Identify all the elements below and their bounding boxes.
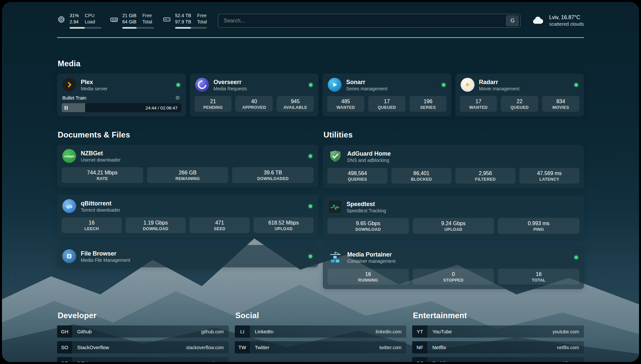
status-dot bbox=[309, 204, 312, 208]
cpu-progress-track bbox=[70, 27, 101, 29]
plex-icon bbox=[62, 78, 76, 92]
memory-progress-track bbox=[122, 27, 154, 29]
speedtest-icon bbox=[328, 200, 342, 214]
header-divider bbox=[57, 37, 584, 38]
app-subtitle: Torrent downloader bbox=[81, 207, 120, 213]
app-card-speedtest[interactable]: Speedtest Speedtest Tracking 9.65 Gbps D… bbox=[323, 196, 584, 238]
stat-upload: 618.52 Mbps UPLOAD bbox=[254, 217, 314, 233]
bookmark-dev[interactable]: DT DEV dev.to bbox=[57, 357, 229, 362]
bookmark-name: YouTube bbox=[432, 329, 452, 334]
developer-section-title: Developer bbox=[58, 311, 229, 320]
stat-filtered: 2,956 FILTERED bbox=[455, 168, 515, 184]
bookmark-linkedin[interactable]: LI LinkedIn linkedin.com bbox=[235, 325, 407, 338]
stat-wanted: 17 WANTED bbox=[460, 96, 497, 112]
stat-seed: 471 SEED bbox=[190, 217, 250, 233]
bookmark-url: github.com bbox=[201, 329, 224, 334]
app-card-radarr[interactable]: Radarr Movie management 17 WANTED 22 QUE… bbox=[455, 74, 584, 116]
bookmark-url: youtube.com bbox=[553, 329, 579, 334]
documents-section-title: Documents & Files bbox=[58, 130, 318, 139]
status-dot bbox=[574, 83, 578, 87]
app-card-filebrowser[interactable]: File Browser Media File Management bbox=[57, 245, 318, 267]
app-subtitle: Container management bbox=[347, 258, 395, 264]
bookmark-name: Twitter bbox=[255, 345, 269, 350]
memory-icon bbox=[110, 15, 118, 25]
top-bar: 31% 2.94 CPU Load bbox=[57, 13, 584, 29]
bookmark-github[interactable]: GH Github github.com bbox=[57, 325, 229, 338]
section-media: Media Plex Media server bbox=[57, 59, 584, 116]
utilities-section-title: Utilities bbox=[323, 130, 584, 139]
nzbget-icon: nzbget bbox=[62, 149, 76, 163]
gear-icon[interactable]: ⚙ bbox=[175, 95, 180, 101]
cpu-progress-fill bbox=[70, 27, 85, 29]
stat-downloaded: 39.6 TB DOWNLOADED bbox=[232, 167, 314, 183]
bookmark-abbr: DT bbox=[57, 357, 72, 362]
app-card-qbittorrent[interactable]: qb qBittorrent Torrent downloader 16 LEE… bbox=[57, 195, 318, 238]
bookmark-netflix[interactable]: NF Netflix netflix.com bbox=[412, 341, 584, 353]
bookmark-abbr: LI bbox=[235, 325, 250, 338]
section-utilities: Utilities bbox=[323, 130, 584, 289]
bookmark-reddit[interactable]: RE Reddit reddit.com bbox=[412, 357, 584, 362]
app-name: Plex bbox=[81, 78, 107, 86]
stat-approved: 40 APPROVED bbox=[235, 96, 273, 112]
memory-free-label: Free bbox=[142, 13, 152, 19]
playback-progress-bar[interactable]: 24:44 / 02:06:47 bbox=[62, 103, 181, 112]
bookmarks-entertainment: Entertainment YT YouTube youtube.com NF … bbox=[412, 311, 584, 362]
bookmark-abbr: TW bbox=[235, 341, 250, 353]
app-card-plex[interactable]: Plex Media server Bullet Train ⚙ 24:44 /… bbox=[57, 74, 186, 116]
stat-pending: 21 PENDING bbox=[195, 96, 232, 112]
stat-available: 945 AVAILABLE bbox=[277, 96, 314, 112]
bookmarks-developer: Developer GH Github github.com SO StackO… bbox=[57, 311, 229, 362]
entertainment-section-title: Entertainment bbox=[413, 311, 584, 320]
cloud-icon bbox=[532, 15, 544, 26]
pause-icon[interactable] bbox=[65, 106, 68, 110]
app-subtitle: Media Requests bbox=[214, 86, 247, 91]
app-card-sonarr[interactable]: Sonarr Series management 485 WANTED 17 Q… bbox=[322, 74, 451, 116]
app-card-portainer[interactable]: Media Portainer Container management 16 … bbox=[323, 246, 584, 289]
bookmark-name: DEV bbox=[77, 360, 87, 362]
app-card-overseerr[interactable]: Overseerr Media Requests 21 PENDING 40 A… bbox=[190, 74, 319, 116]
app-subtitle: Usenet downloader bbox=[81, 157, 121, 163]
search-input[interactable] bbox=[224, 18, 506, 24]
dashboard-screen: 31% 2.94 CPU Load bbox=[2, 2, 639, 362]
app-name: NZBGet bbox=[81, 150, 121, 157]
app-subtitle: Series management bbox=[346, 86, 387, 91]
cpu-load-label: Load bbox=[85, 19, 95, 25]
filebrowser-icon bbox=[62, 249, 76, 263]
stat-wanted: 485 WANTED bbox=[327, 96, 364, 112]
bookmark-name: StackOverflow bbox=[77, 345, 109, 350]
stat-ping: 0.993 ms PING bbox=[498, 218, 579, 234]
stat-total: 16 TOTAL bbox=[498, 269, 579, 285]
bookmark-name: Netflix bbox=[432, 345, 446, 350]
bookmark-twitter[interactable]: TW Twitter twitter.com bbox=[235, 341, 407, 353]
app-card-adguard[interactable]: AdGuard Home DNS and adblocking 498,564 … bbox=[323, 145, 584, 188]
disk-total-label: Total bbox=[197, 19, 207, 25]
cpu-percent: 31% bbox=[70, 13, 79, 19]
memory-monitor: 21 GiB 64 GiB Free Total bbox=[110, 13, 154, 29]
status-dot bbox=[309, 154, 312, 158]
search-provider-button[interactable]: G bbox=[506, 15, 519, 26]
bookmark-abbr: NF bbox=[412, 341, 427, 353]
sonarr-icon bbox=[328, 78, 342, 92]
radarr-icon bbox=[461, 78, 474, 92]
media-section-title: Media bbox=[58, 59, 584, 68]
bookmark-url: netflix.com bbox=[557, 345, 579, 350]
bookmarks-social: Social LI LinkedIn linkedin.com TW Twitt… bbox=[235, 311, 407, 362]
stat-download: 1.19 Gbps DOWNLOAD bbox=[126, 217, 186, 233]
stat-queued: 17 QUEUED bbox=[368, 96, 406, 112]
app-name: Media Portainer bbox=[347, 251, 395, 258]
stat-blocked: 86,401 BLOCKED bbox=[391, 168, 451, 184]
bookmark-stackoverflow[interactable]: SO StackOverflow stackoverflow.com bbox=[57, 341, 229, 353]
cpu-icon bbox=[57, 15, 66, 25]
resource-monitors: 31% 2.94 CPU Load bbox=[57, 13, 207, 29]
stat-movies: 834 MOVIES bbox=[542, 96, 579, 112]
bookmark-name: Github bbox=[77, 329, 92, 334]
disk-free-value: 52.4 TB bbox=[175, 13, 191, 19]
bookmark-youtube[interactable]: YT YouTube youtube.com bbox=[412, 325, 584, 338]
app-card-nzbget[interactable]: nzbget NZBGet Usenet downloader 744.21 M… bbox=[57, 145, 318, 188]
stat-rate: 744.21 Mbps RATE bbox=[62, 167, 143, 183]
stat-download: 9.65 Gbps DOWNLOAD bbox=[327, 218, 409, 234]
search-bar: G bbox=[218, 14, 521, 28]
app-subtitle: Media server bbox=[81, 86, 107, 91]
app-name: Speedtest bbox=[347, 200, 386, 208]
bookmark-url: stackoverflow.com bbox=[186, 345, 224, 350]
